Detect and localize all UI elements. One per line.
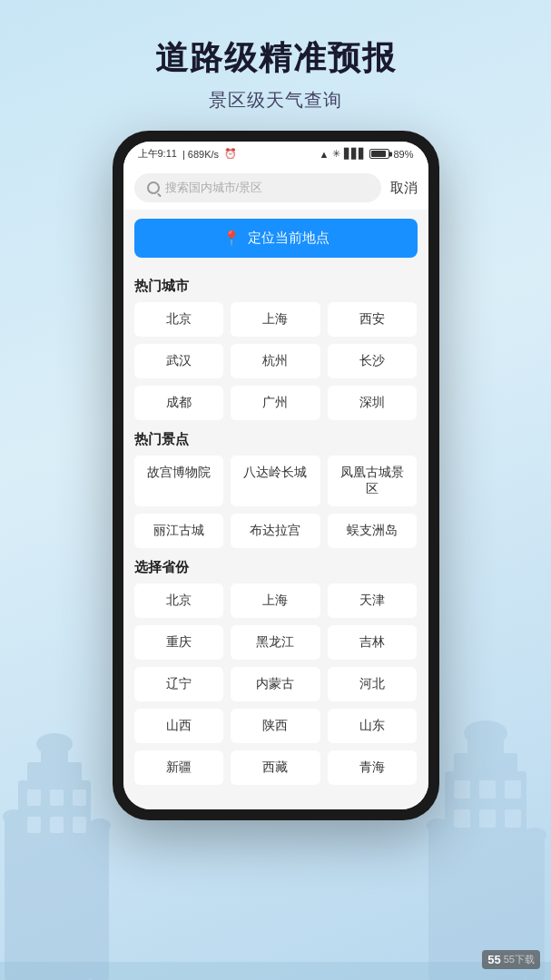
city-item[interactable]: 成都 — [134, 386, 224, 420]
province-item[interactable]: 吉林 — [328, 625, 418, 660]
phone-screen: 上午9:11 | 689K/s ⏰ ▲ ✳ ▋▋▋ 89% 搜索国内城市/景区 … — [123, 142, 428, 809]
svg-rect-26 — [428, 826, 448, 980]
watermark-site: 55下载 — [504, 953, 535, 966]
spot-item[interactable]: 凤凰古城景区 — [328, 456, 418, 506]
province-item[interactable]: 新疆 — [134, 750, 224, 785]
svg-rect-11 — [5, 817, 23, 980]
spot-item[interactable]: 八达岭长城 — [231, 456, 320, 506]
city-item[interactable]: 北京 — [134, 302, 224, 337]
province-item[interactable]: 黑龙江 — [231, 625, 320, 660]
province-item[interactable]: 西藏 — [231, 750, 320, 785]
city-item[interactable]: 杭州 — [231, 344, 320, 378]
header-title: 道路级精准预报 — [155, 36, 397, 81]
provinces-grid: 北京 上海 天津 重庆 黑龙江 吉林 辽宁 内蒙古 河北 山西 陕西 山东 新疆… — [134, 583, 418, 785]
alarm-icon: ⏰ — [224, 148, 237, 160]
signal-icon: ▋▋▋ — [344, 148, 366, 160]
city-item[interactable]: 长沙 — [328, 344, 418, 378]
hot-spots-title: 热门景点 — [134, 431, 418, 448]
location-button[interactable]: 📍 定位当前地点 — [134, 219, 418, 258]
svg-rect-4 — [47, 733, 62, 751]
province-item[interactable]: 陕西 — [231, 709, 320, 743]
scroll-content: 热门城市 北京 上海 西安 武汉 杭州 长沙 成都 广州 深圳 热门景点 故宫博… — [123, 267, 428, 809]
svg-rect-23 — [454, 809, 470, 828]
spot-item[interactable]: 故宫博物院 — [134, 456, 224, 506]
svg-point-14 — [89, 818, 111, 833]
header-subtitle: 景区级天气查询 — [155, 88, 397, 113]
province-item[interactable]: 内蒙古 — [231, 667, 320, 701]
battery-icon — [369, 149, 389, 159]
svg-rect-15 — [445, 771, 526, 980]
city-item[interactable]: 深圳 — [328, 386, 418, 420]
status-bar: 上午9:11 | 689K/s ⏰ ▲ ✳ ▋▋▋ 89% — [123, 142, 428, 166]
svg-rect-24 — [479, 809, 496, 828]
city-item[interactable]: 上海 — [231, 302, 320, 337]
svg-rect-5 — [27, 789, 41, 806]
search-icon — [147, 181, 160, 194]
cancel-button[interactable]: 取消 — [390, 180, 418, 197]
svg-rect-30 — [0, 962, 551, 980]
wifi-icon: ▲ — [320, 149, 330, 160]
status-time: 上午9:11 — [138, 147, 177, 161]
svg-point-27 — [427, 818, 450, 833]
hot-spots-grid: 故宫博物院 八达岭长城 凤凰古城景区 丽江古城 布达拉宫 蜈支洲岛 — [134, 456, 418, 548]
svg-rect-0 — [18, 780, 91, 980]
city-item[interactable]: 武汉 — [134, 344, 224, 378]
status-network: | 689K/s — [182, 149, 219, 160]
hot-cities-title: 热门城市 — [134, 278, 418, 295]
city-item[interactable]: 广州 — [231, 386, 320, 420]
province-item[interactable]: 北京 — [134, 583, 224, 618]
phone-mockup: 上午9:11 | 689K/s ⏰ ▲ ✳ ▋▋▋ 89% 搜索国内城市/景区 … — [113, 131, 439, 820]
svg-rect-10 — [73, 817, 86, 833]
svg-point-12 — [3, 809, 25, 824]
svg-rect-6 — [50, 789, 64, 806]
province-item[interactable]: 上海 — [231, 583, 320, 618]
watermark-number: 55 — [487, 953, 500, 966]
svg-rect-22 — [505, 780, 521, 799]
svg-rect-19 — [477, 720, 494, 740]
svg-rect-7 — [73, 789, 86, 806]
hot-cities-grid: 北京 上海 西安 武汉 杭州 长沙 成都 广州 深圳 — [134, 302, 418, 420]
search-bar: 搜索国内城市/景区 取消 — [123, 166, 428, 210]
search-input-wrap[interactable]: 搜索国内城市/景区 — [134, 173, 381, 202]
province-item[interactable]: 青海 — [328, 750, 418, 785]
spot-item[interactable]: 丽江古城 — [134, 514, 224, 548]
header-section: 道路级精准预报 景区级天气查询 — [155, 0, 397, 113]
watermark-box: 55 55下载 — [482, 950, 540, 969]
svg-rect-9 — [50, 817, 64, 833]
province-item[interactable]: 山西 — [134, 709, 224, 743]
battery-pct: 89% — [393, 149, 413, 160]
status-right: ▲ ✳ ▋▋▋ 89% — [320, 148, 414, 160]
svg-point-29 — [523, 828, 546, 842]
status-left: 上午9:11 | 689K/s ⏰ — [138, 147, 238, 161]
watermark: 55 55下载 — [482, 950, 540, 969]
provinces-title: 选择省份 — [134, 559, 418, 576]
city-item[interactable]: 西安 — [328, 302, 418, 337]
location-pin-icon: 📍 — [222, 230, 241, 247]
svg-rect-25 — [505, 809, 521, 828]
svg-rect-20 — [454, 780, 470, 799]
bluetooth-icon: ✳ — [332, 148, 340, 160]
spot-item[interactable]: 布达拉宫 — [231, 514, 320, 548]
province-item[interactable]: 辽宁 — [134, 667, 224, 701]
svg-rect-21 — [479, 780, 496, 799]
spot-item[interactable]: 蜈支洲岛 — [328, 514, 418, 548]
search-placeholder: 搜索国内城市/景区 — [165, 180, 263, 196]
location-label: 定位当前地点 — [248, 230, 330, 247]
province-item[interactable]: 重庆 — [134, 625, 224, 660]
province-item[interactable]: 天津 — [328, 583, 418, 618]
svg-rect-8 — [27, 817, 41, 833]
svg-rect-13 — [91, 826, 109, 980]
province-item[interactable]: 山东 — [328, 709, 418, 743]
province-item[interactable]: 河北 — [328, 667, 418, 701]
